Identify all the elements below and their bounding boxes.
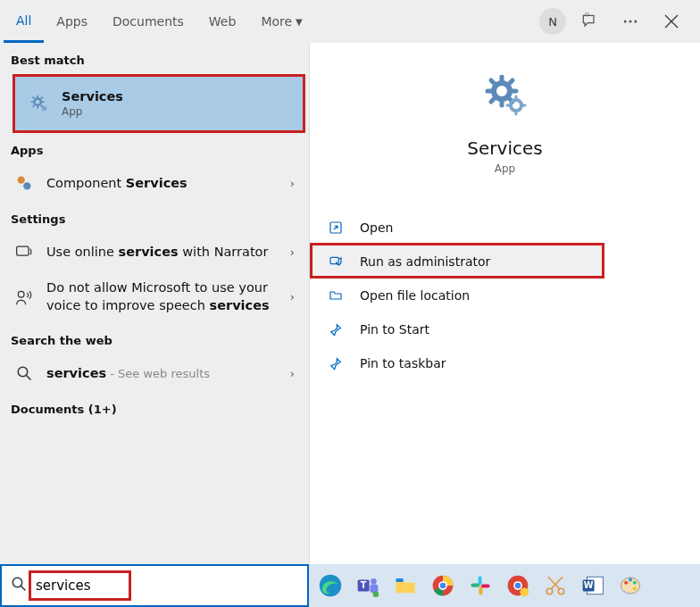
svg-point-55 xyxy=(515,583,521,589)
svg-rect-45 xyxy=(396,578,403,582)
svg-line-10 xyxy=(33,97,35,99)
svg-rect-52 xyxy=(481,584,490,587)
taskbar-teams-icon[interactable]: T xyxy=(354,571,382,600)
best-match-result[interactable]: Services App xyxy=(12,74,305,133)
search-input[interactable] xyxy=(36,578,298,594)
chevron-right-icon: › xyxy=(290,367,295,380)
component-services-icon xyxy=(14,173,34,193)
action-pin-to-taskbar[interactable]: Pin to taskbar xyxy=(310,346,700,380)
svg-line-60 xyxy=(548,577,560,589)
folder-icon xyxy=(328,287,344,304)
tab-documents[interactable]: Documents xyxy=(100,0,196,43)
svg-point-15 xyxy=(18,177,25,184)
close-button[interactable] xyxy=(654,4,689,39)
svg-rect-43 xyxy=(370,584,378,593)
svg-line-28 xyxy=(510,80,512,83)
svg-line-26 xyxy=(491,80,494,83)
svg-point-48 xyxy=(440,583,446,589)
tab-web[interactable]: Web xyxy=(196,0,249,43)
chevron-right-icon: › xyxy=(290,245,295,259)
results-panel: Best match Services App Apps Component S… xyxy=(0,43,309,564)
account-avatar[interactable]: N xyxy=(539,8,566,35)
tab-apps[interactable]: Apps xyxy=(44,0,100,43)
svg-point-37 xyxy=(12,578,22,587)
svg-line-29 xyxy=(491,99,494,102)
detail-subtitle: App xyxy=(495,162,515,175)
taskbar: T W xyxy=(309,564,700,607)
svg-point-0 xyxy=(624,21,627,23)
action-run-as-admin[interactable]: Run as administrator xyxy=(310,245,604,279)
svg-line-11 xyxy=(41,105,43,107)
taskbar-chrome-icon[interactable] xyxy=(429,571,457,600)
svg-point-66 xyxy=(629,578,632,581)
svg-line-13 xyxy=(33,105,35,107)
svg-point-16 xyxy=(23,182,30,189)
result-component-services[interactable]: Component Services › xyxy=(0,164,309,202)
action-pin-to-start[interactable]: Pin to Start xyxy=(310,312,700,346)
svg-line-59 xyxy=(551,577,562,589)
admin-shield-icon xyxy=(328,254,344,270)
svg-point-39 xyxy=(320,575,342,597)
action-open[interactable]: Open xyxy=(310,211,700,245)
svg-text:T: T xyxy=(361,580,367,590)
svg-point-19 xyxy=(18,367,28,377)
taskbar-word-icon[interactable]: W xyxy=(579,571,607,600)
result-narrator-services[interactable]: Use online services with Narrator › xyxy=(0,233,309,270)
tab-all[interactable]: All xyxy=(4,0,44,43)
result-speech-services[interactable]: Do not allow Microsoft to use your voice… xyxy=(0,270,309,323)
svg-point-68 xyxy=(633,586,637,590)
svg-point-67 xyxy=(633,581,637,585)
taskbar-snip-icon[interactable] xyxy=(541,571,570,600)
svg-point-1 xyxy=(629,21,632,23)
taskbar-explorer-icon[interactable] xyxy=(391,571,420,600)
search-icon xyxy=(11,576,29,595)
svg-text:W: W xyxy=(584,580,594,590)
svg-point-21 xyxy=(494,83,510,99)
pin-icon xyxy=(328,321,344,337)
services-large-icon xyxy=(484,75,527,118)
action-open-file-location[interactable]: Open file location xyxy=(310,279,700,312)
detail-panel: Services App Open Run as administrator xyxy=(309,43,700,564)
feedback-icon[interactable] xyxy=(571,4,607,39)
svg-line-38 xyxy=(21,586,25,590)
svg-point-42 xyxy=(371,578,377,585)
more-options-icon[interactable] xyxy=(612,4,648,39)
svg-point-14 xyxy=(42,106,47,112)
bottom-bar: T W xyxy=(0,564,700,607)
taskbar-slack-icon[interactable] xyxy=(466,571,495,600)
narrator-icon xyxy=(14,242,34,262)
section-settings: Settings xyxy=(0,202,309,233)
speech-icon xyxy=(14,287,34,307)
svg-point-2 xyxy=(634,21,637,23)
section-best-match: Best match xyxy=(0,43,309,74)
search-icon xyxy=(14,363,34,383)
tab-more[interactable]: More▼ xyxy=(248,0,314,43)
result-web-services[interactable]: services - See web results › xyxy=(0,354,309,392)
svg-rect-49 xyxy=(479,576,482,585)
pin-icon xyxy=(328,355,344,371)
section-documents: Documents (1+) xyxy=(0,392,309,423)
svg-point-18 xyxy=(18,291,24,297)
taskbar-edge-icon[interactable] xyxy=(316,571,345,600)
search-box[interactable] xyxy=(0,564,309,607)
chevron-right-icon: › xyxy=(290,290,295,304)
section-search-web: Search the web xyxy=(0,323,309,354)
svg-rect-50 xyxy=(471,584,479,587)
svg-line-20 xyxy=(26,375,30,379)
section-apps: Apps xyxy=(0,133,309,164)
best-match-title: Services xyxy=(62,89,123,104)
detail-title: Services xyxy=(467,137,542,159)
taskbar-chrome-beta-icon[interactable] xyxy=(504,571,532,600)
svg-point-30 xyxy=(511,100,521,111)
svg-line-12 xyxy=(41,97,43,99)
svg-point-44 xyxy=(373,592,379,598)
svg-point-56 xyxy=(520,587,529,596)
svg-point-5 xyxy=(35,99,41,105)
services-gear-icon xyxy=(29,94,49,113)
svg-rect-51 xyxy=(479,586,482,595)
svg-point-65 xyxy=(624,581,628,585)
search-filter-tabs: All Apps Documents Web More▼ N xyxy=(0,0,700,43)
taskbar-paint-icon[interactable] xyxy=(616,571,645,600)
chevron-down-icon: ▼ xyxy=(296,17,303,27)
best-match-subtitle: App xyxy=(62,105,288,118)
